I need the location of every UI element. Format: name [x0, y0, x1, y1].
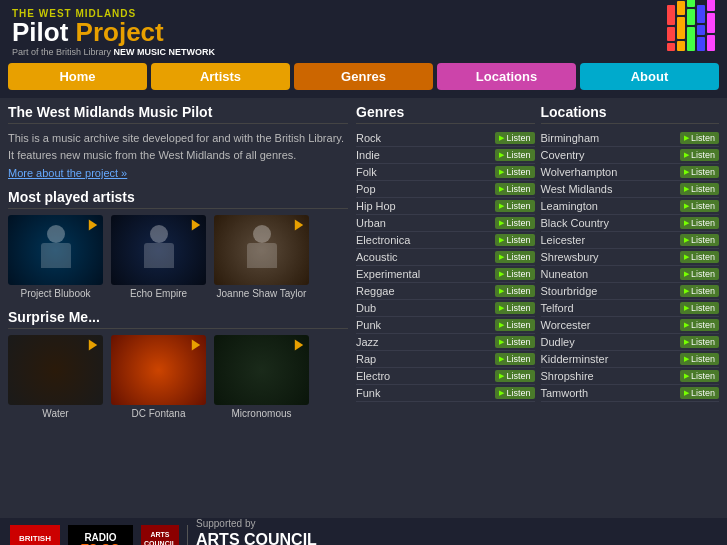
listen-button[interactable]: Listen	[680, 353, 719, 365]
genre-item: ReggaeListen	[356, 283, 535, 300]
bl-text: BRITISHLIBRARY	[17, 534, 52, 545]
logo-sub: Part of the British Library NEW MUSIC NE…	[12, 47, 215, 57]
listen-button[interactable]: Listen	[495, 302, 534, 314]
person-silhouette	[139, 225, 179, 275]
listen-button[interactable]: Listen	[495, 200, 534, 212]
eq-bar	[697, 5, 705, 23]
listen-button[interactable]: Listen	[495, 268, 534, 280]
genre-name: Punk	[356, 319, 381, 331]
location-name: Leicester	[541, 234, 586, 246]
genre-name: Dub	[356, 302, 376, 314]
british-library-logo: BRITISHLIBRARY	[10, 525, 60, 545]
location-name: Shropshire	[541, 370, 594, 382]
genre-item: ExperimentalListen	[356, 266, 535, 283]
nav-item-locations[interactable]: Locations	[437, 63, 576, 90]
location-name: Telford	[541, 302, 574, 314]
eq-column-1	[677, 1, 685, 51]
more-link[interactable]: More about the project »	[8, 167, 348, 179]
listen-button[interactable]: Listen	[680, 336, 719, 348]
play-icon[interactable]	[292, 218, 306, 232]
location-item: TamworthListen	[541, 385, 720, 402]
listen-button[interactable]: Listen	[680, 370, 719, 382]
listen-button[interactable]: Listen	[680, 217, 719, 229]
surprise-thumbnail[interactable]: DC Fontana	[111, 335, 206, 419]
location-name: Stourbridge	[541, 285, 598, 297]
listen-button[interactable]: Listen	[495, 132, 534, 144]
left-panel: The West Midlands Music Pilot This is a …	[8, 104, 348, 512]
listen-button[interactable]: Listen	[680, 285, 719, 297]
genre-item: PopListen	[356, 181, 535, 198]
intro-body: This is a music archive site developed f…	[8, 130, 348, 163]
listen-button[interactable]: Listen	[495, 166, 534, 178]
listen-button[interactable]: Listen	[495, 353, 534, 365]
listen-button[interactable]: Listen	[680, 132, 719, 144]
eq-column-3	[697, 5, 705, 51]
footer-logos: BRITISHLIBRARY RADIO TO GO ARTSCOUNCILEN…	[10, 517, 317, 545]
listen-button[interactable]: Listen	[680, 200, 719, 212]
listen-button[interactable]: Listen	[495, 285, 534, 297]
genre-item: IndieListen	[356, 147, 535, 164]
listen-button[interactable]: Listen	[680, 387, 719, 399]
play-icon[interactable]	[86, 218, 100, 232]
eq-bar	[667, 43, 675, 51]
genre-item: RapListen	[356, 351, 535, 368]
eq-bar	[677, 17, 685, 39]
listen-button[interactable]: Listen	[680, 319, 719, 331]
genre-item: PunkListen	[356, 317, 535, 334]
location-name: Wolverhampton	[541, 166, 618, 178]
location-item: BirminghamListen	[541, 130, 720, 147]
artist-thumbnail[interactable]: Project Blubook	[8, 215, 103, 299]
eq-bar	[707, 0, 715, 11]
listen-button[interactable]: Listen	[495, 387, 534, 399]
artist-thumbnail[interactable]: Joanne Shaw Taylor	[214, 215, 309, 299]
genre-name: Electro	[356, 370, 390, 382]
listen-button[interactable]: Listen	[680, 234, 719, 246]
listen-button[interactable]: Listen	[680, 149, 719, 161]
genre-item: JazzListen	[356, 334, 535, 351]
nav-item-artists[interactable]: Artists	[151, 63, 290, 90]
listen-button[interactable]: Listen	[495, 319, 534, 331]
listen-button[interactable]: Listen	[495, 217, 534, 229]
surprise-thumbnail[interactable]: Micronomous	[214, 335, 309, 419]
surprise-thumbnail[interactable]: Water	[8, 335, 103, 419]
genres-title: Genres	[356, 104, 535, 124]
listen-button[interactable]: Listen	[680, 268, 719, 280]
right-panels: Genres RockListenIndieListenFolkListenPo…	[356, 104, 719, 512]
listen-button[interactable]: Listen	[680, 183, 719, 195]
listen-button[interactable]: Listen	[495, 370, 534, 382]
play-icon[interactable]	[189, 338, 203, 352]
listen-button[interactable]: Listen	[680, 302, 719, 314]
listen-button[interactable]: Listen	[495, 234, 534, 246]
logo-project: Project	[76, 17, 164, 47]
nav-item-genres[interactable]: Genres	[294, 63, 433, 90]
logo-main: Pilot Project	[12, 19, 215, 45]
artist-label: Echo Empire	[111, 288, 206, 299]
genre-item: Hip HopListen	[356, 198, 535, 215]
nav-item-home[interactable]: Home	[8, 63, 147, 90]
artist-thumbnail[interactable]: Echo Empire	[111, 215, 206, 299]
surprise-thumbnails: WaterDC FontanaMicronomous	[8, 335, 348, 419]
listen-button[interactable]: Listen	[495, 183, 534, 195]
nav-item-about[interactable]: About	[580, 63, 719, 90]
listen-button[interactable]: Listen	[495, 251, 534, 263]
artist-image	[214, 215, 309, 285]
play-icon[interactable]	[86, 338, 100, 352]
location-name: Dudley	[541, 336, 575, 348]
play-icon[interactable]	[292, 338, 306, 352]
locations-panel: Locations BirminghamListenCoventryListen…	[541, 104, 720, 512]
play-icon[interactable]	[189, 218, 203, 232]
person-head	[253, 225, 271, 243]
navigation: HomeArtistsGenresLocationsAbout	[0, 63, 727, 98]
surprise-label: Water	[8, 408, 103, 419]
listen-button[interactable]: Listen	[495, 336, 534, 348]
logo-sub-prefix: Part of the British Library	[12, 47, 111, 57]
location-item: TelfordListen	[541, 300, 720, 317]
footer: BRITISHLIBRARY RADIO TO GO ARTSCOUNCILEN…	[0, 518, 727, 545]
listen-button[interactable]: Listen	[680, 251, 719, 263]
listen-button[interactable]: Listen	[680, 166, 719, 178]
listen-button[interactable]: Listen	[495, 149, 534, 161]
location-name: West Midlands	[541, 183, 613, 195]
surprise-image	[8, 335, 103, 405]
location-item: LeicesterListen	[541, 232, 720, 249]
radio-to-go-logo: RADIO TO GO	[68, 525, 133, 545]
